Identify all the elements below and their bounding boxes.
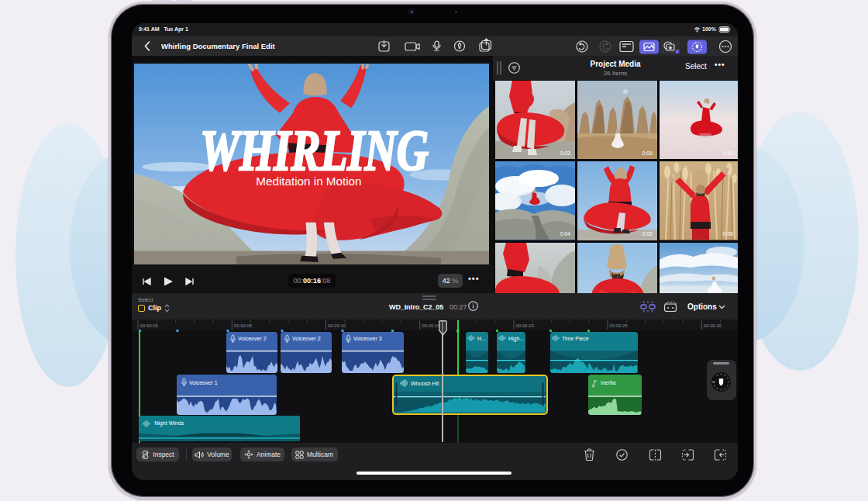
svg-text:Voiceover 2: Voiceover 2 (292, 336, 321, 341)
svg-text:0:06: 0:06 (722, 231, 733, 237)
svg-text:0:02: 0:02 (642, 231, 653, 237)
svg-text:00:00:10: 00:00:10 (328, 323, 346, 328)
svg-text:Voiceover 1: Voiceover 1 (189, 380, 218, 385)
svg-text:Meditation in Motion: Meditation in Motion (256, 174, 361, 188)
svg-text:00:00:20: 00:00:20 (515, 323, 534, 328)
svg-text:0:10: 0:10 (722, 150, 733, 156)
svg-text:00:00:30: 00:00:30 (704, 323, 722, 328)
svg-text:Time Piece: Time Piece (562, 336, 589, 341)
svg-text:Whoosh Hit: Whoosh Hit (411, 381, 439, 386)
svg-text:00:00:00: 00:00:00 (140, 323, 159, 328)
svg-text:Night Winds: Night Winds (154, 420, 184, 427)
svg-text:Voiceover 3: Voiceover 3 (353, 336, 382, 341)
svg-text:High...: High... (508, 336, 524, 342)
svg-text:00:00:05: 00:00:05 (234, 323, 253, 328)
svg-text:Inertia: Inertia (601, 380, 616, 385)
svg-text:WHIRLING: WHIRLING (200, 119, 429, 182)
svg-text:Voiceover 2: Voiceover 2 (238, 336, 267, 341)
svg-text:H...: H... (477, 336, 486, 341)
svg-text:0:04: 0:04 (560, 231, 570, 237)
svg-text:0:09: 0:09 (642, 150, 653, 156)
svg-text:0:03: 0:03 (560, 150, 570, 156)
svg-text:00:00:25: 00:00:25 (610, 323, 629, 328)
